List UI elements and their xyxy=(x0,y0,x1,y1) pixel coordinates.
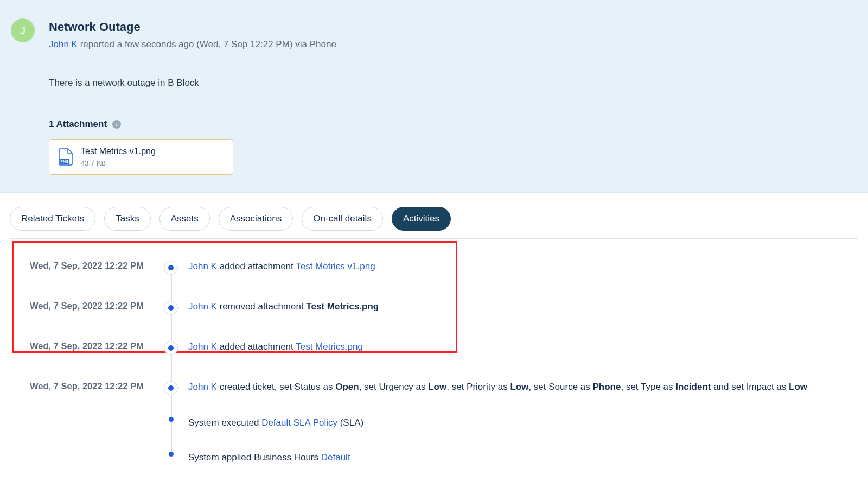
timeline-dot-icon xyxy=(169,417,174,422)
activity-user-link[interactable]: John K xyxy=(188,301,217,312)
ticket-description: There is a network outage in B Block xyxy=(49,77,857,90)
attachment-name: Test Metrics v1.png xyxy=(81,145,156,157)
activity-text: , set Source as xyxy=(528,382,592,392)
tab-tasks[interactable]: Tasks xyxy=(104,207,150,231)
activity-text: System executed xyxy=(188,417,261,428)
activity-text: , set Type as xyxy=(621,382,675,392)
tab-related-tickets[interactable]: Related Tickets xyxy=(10,207,95,231)
reported-prefix: reported a few seconds ago xyxy=(78,39,196,49)
timeline-marker xyxy=(164,341,178,355)
activity-timeline: Wed, 7 Sep, 2022 12:22 PMJohn K added at… xyxy=(27,250,841,468)
timeline-marker-wrap xyxy=(155,451,187,457)
activity-value: Open xyxy=(335,382,359,392)
avatar: J xyxy=(11,18,35,42)
timeline-marker xyxy=(164,261,178,275)
timeline-marker-wrap xyxy=(155,380,187,395)
timeline-marker-wrap xyxy=(155,300,187,315)
attachment-size: 43.7 KB xyxy=(81,159,156,169)
timeline-marker xyxy=(169,452,174,457)
timeline-dot-icon xyxy=(168,305,174,311)
activity-file-link[interactable]: Test Metrics.png xyxy=(296,341,363,352)
reported-via: via Phone xyxy=(293,39,336,49)
attachment-card[interactable]: PNG Test Metrics v1.png 43.7 KB xyxy=(49,139,233,175)
activity-user-link[interactable]: Default xyxy=(321,452,350,463)
activity-row: Wed, 7 Sep, 2022 12:22 PMJohn K created … xyxy=(27,376,841,400)
activity-row: Wed, 7 Sep, 2022 12:22 PMJohn K added at… xyxy=(27,255,841,279)
activity-row: System executed Default SLA Policy (SLA) xyxy=(27,411,841,434)
tab-assets[interactable]: Assets xyxy=(159,207,210,231)
info-icon[interactable]: i xyxy=(112,120,121,129)
timeline-marker xyxy=(169,417,174,422)
activity-text: removed attachment xyxy=(217,301,306,312)
activity-value: Phone xyxy=(593,382,621,392)
avatar-initial: J xyxy=(20,23,25,39)
activity-file-link[interactable]: Test Metrics v1.png xyxy=(296,261,375,271)
timeline-dot-icon xyxy=(168,345,174,351)
file-badge: PNG xyxy=(61,159,69,163)
timeline-dot-icon xyxy=(168,265,174,270)
ticket-banner: J Network Outage John K reported a few s… xyxy=(0,0,868,193)
activity-text: created ticket, set Status as xyxy=(217,382,335,392)
activity-row: Wed, 7 Sep, 2022 12:22 PMJohn K added at… xyxy=(27,335,841,359)
activity-time: Wed, 7 Sep, 2022 12:22 PM xyxy=(27,259,155,273)
timeline-marker-wrap xyxy=(155,259,187,275)
activity-value: Low xyxy=(789,382,807,392)
attachments-heading: 1 Attachment i xyxy=(49,118,857,131)
activity-value: Low xyxy=(428,382,446,392)
tabs: Related Tickets Tasks Assets Association… xyxy=(0,193,868,237)
activity-value: Incident xyxy=(675,382,711,392)
ticket-title: Network Outage xyxy=(49,18,857,36)
activity-row: Wed, 7 Sep, 2022 12:22 PMJohn K removed … xyxy=(27,295,841,319)
reported-at: (Wed, 7 Sep 12:22 PM) xyxy=(196,39,292,49)
activity-text: System applied Business Hours xyxy=(188,452,321,463)
timeline-marker-wrap xyxy=(155,340,187,355)
activity-row: System applied Business Hours Default xyxy=(27,446,841,469)
activity-body: System executed Default SLA Policy (SLA) xyxy=(187,416,841,430)
activity-time: Wed, 7 Sep, 2022 12:22 PM xyxy=(27,340,155,353)
activity-time: Wed, 7 Sep, 2022 12:22 PM xyxy=(27,300,155,313)
timeline-marker xyxy=(164,381,178,395)
activity-text: and set Impact as xyxy=(711,382,789,392)
activity-value: Low xyxy=(510,382,528,392)
activity-body: John K added attachment Test Metrics v1.… xyxy=(187,259,841,274)
activity-body: John K added attachment Test Metrics.png xyxy=(187,340,841,354)
activity-body: John K created ticket, set Status as Ope… xyxy=(187,380,841,394)
activity-body: John K removed attachment Test Metrics.p… xyxy=(187,300,841,314)
activity-user-link[interactable]: John K xyxy=(188,261,217,271)
activity-text: , set Urgency as xyxy=(359,382,429,392)
ticket-subline: John K reported a few seconds ago (Wed, … xyxy=(49,38,857,52)
activity-value: Test Metrics.png xyxy=(306,301,379,312)
activity-body: System applied Business Hours Default xyxy=(187,451,841,465)
activity-text: added attachment xyxy=(217,261,296,271)
activity-time: Wed, 7 Sep, 2022 12:22 PM xyxy=(27,380,155,393)
activity-text: added attachment xyxy=(217,341,296,352)
timeline-marker-wrap xyxy=(155,416,187,422)
reporter-link[interactable]: John K xyxy=(49,39,78,49)
timeline-dot-icon xyxy=(169,452,174,457)
activity-text: , set Priority as xyxy=(446,382,510,392)
tab-associations[interactable]: Associations xyxy=(219,207,293,231)
file-icon: PNG xyxy=(58,148,73,166)
activity-text: (SLA) xyxy=(337,417,363,428)
attachments-label: 1 Attachment xyxy=(49,118,107,131)
timeline-marker xyxy=(164,301,178,315)
activity-user-link[interactable]: John K xyxy=(188,382,217,392)
tab-activities[interactable]: Activities xyxy=(392,207,451,231)
activity-user-link[interactable]: John K xyxy=(188,341,217,352)
tab-on-call-details[interactable]: On-call details xyxy=(302,207,383,231)
activity-user-link[interactable]: Default SLA Policy xyxy=(261,417,337,428)
activities-panel: Wed, 7 Sep, 2022 12:22 PMJohn K added at… xyxy=(10,238,858,491)
timeline-dot-icon xyxy=(168,385,174,391)
